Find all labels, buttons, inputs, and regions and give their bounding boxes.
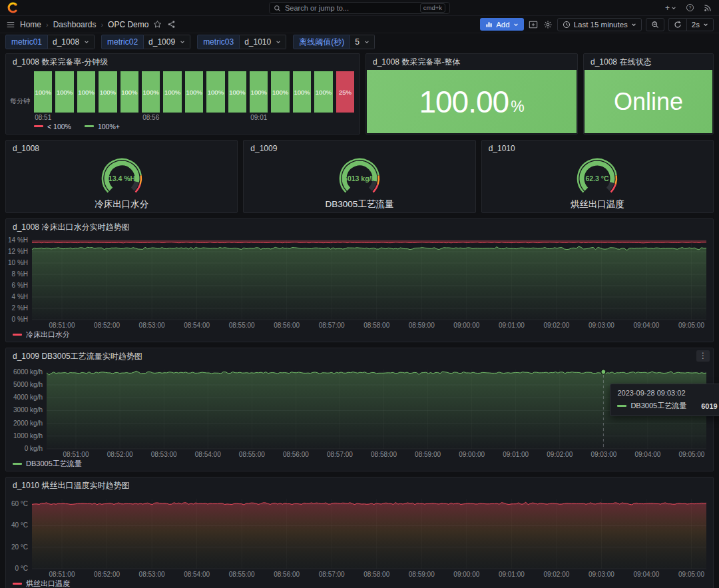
bar-column[interactable]: 100% <box>55 71 73 121</box>
bar-column[interactable]: 100% <box>293 71 311 121</box>
bar-column[interactable]: 100% <box>185 71 203 121</box>
x-tick-label: 09:01 <box>250 113 268 121</box>
panel-title[interactable]: d_1008 在线状态 <box>584 54 713 70</box>
legend-label[interactable]: 100%+ <box>98 123 120 131</box>
breadcrumb-separator: › <box>101 21 103 29</box>
breadcrumb-home[interactable]: Home <box>20 20 41 29</box>
axis-tick-label: 6000 kg/h <box>13 368 43 376</box>
hovered-data-point <box>601 370 606 374</box>
dashboard-settings-button[interactable] <box>543 19 553 30</box>
share-button[interactable] <box>166 19 176 29</box>
stat-value-display: Online <box>585 70 712 133</box>
bar-column[interactable]: 100% <box>206 71 224 121</box>
stat-value-display: 100.00% <box>367 70 577 133</box>
panel-online-status: d_1008 在线状态 Online <box>583 53 714 135</box>
panel-completeness-minute: d_1008 数采完备率-分钟级 每分钟 100%08:51100%100%10… <box>5 53 360 135</box>
variable-label: metric02 <box>101 35 144 49</box>
axis-tick-label: 08:54:00 <box>184 322 210 329</box>
search-input[interactable]: Search or jump to... cmd+k <box>269 2 450 14</box>
bar: 100% <box>55 71 73 113</box>
favorite-star-button[interactable] <box>152 19 162 29</box>
panel-title[interactable]: d_1009 DB3005工艺流量实时趋势图 ⋮ <box>6 348 713 364</box>
bar-column[interactable]: 100% <box>314 71 332 121</box>
stat-unit: % <box>511 98 524 116</box>
variable-value-dropdown[interactable]: d_1008 <box>48 35 95 49</box>
breadcrumb-current[interactable]: OPC Demo <box>108 20 148 29</box>
panel-title[interactable]: d_1008 数采完备率-分钟级 <box>6 54 360 70</box>
chevron-down-icon <box>513 22 519 27</box>
panel-ts-temperature: d_1010 烘丝出口温度实时趋势图 0 °C20 °C40 °C60 °C08… <box>5 477 714 588</box>
variable-metric03: metric03 d_1010 <box>197 35 286 49</box>
help-button[interactable]: ? <box>685 3 695 13</box>
bar-column[interactable]: 100% <box>163 71 181 121</box>
bar-chart[interactable]: 每分钟 100%08:51100%100%100%100%100%08:5610… <box>6 70 360 134</box>
gauge-chart: 6013 kg/h <box>310 156 409 199</box>
bar-column[interactable]: 25% <box>336 71 354 121</box>
panel-title[interactable]: d_1010 <box>482 141 713 156</box>
panel-gauge-temperature: d_1010 62.3 °C 烘丝出口温度 <box>481 140 714 213</box>
bar-column[interactable]: 100%08:51 <box>34 71 52 121</box>
variable-value-dropdown[interactable]: d_1009 <box>144 35 190 49</box>
bar-column[interactable]: 100% <box>271 71 289 121</box>
breadcrumb-separator: › <box>46 21 49 29</box>
panel-view-button[interactable] <box>528 19 539 30</box>
legend-label[interactable]: < 100% <box>47 123 71 131</box>
breadcrumb: Home › Dashboards › OPC Demo <box>20 20 148 29</box>
bar-column[interactable]: 100% <box>120 71 138 121</box>
mega-menu-toggle-button[interactable] <box>5 19 16 30</box>
axis-tick-label: 14 %H <box>8 236 28 244</box>
axis-tick-label: 08:54:00 <box>195 451 221 458</box>
bar: 100% <box>228 71 246 113</box>
axis-tick-label: 08:52:00 <box>94 322 120 329</box>
bar-column[interactable]: 100% <box>99 71 117 121</box>
time-range-picker[interactable]: Last 15 minutes <box>557 18 642 31</box>
zoom-out-button[interactable] <box>646 18 664 31</box>
axis-tick-label: 08:56:00 <box>274 571 300 578</box>
chevron-down-icon <box>703 22 708 27</box>
panel-title[interactable]: d_1008 数采完备率-整体 <box>366 54 577 70</box>
variable-value-dropdown[interactable]: d_1010 <box>240 35 286 49</box>
axis-tick-label: 08:55:00 <box>229 571 255 578</box>
legend-marker <box>13 334 22 336</box>
bar-column[interactable]: 100%08:56 <box>142 71 160 121</box>
bar: 100% <box>163 71 181 113</box>
new-menu-button[interactable]: + <box>664 3 677 13</box>
clock-icon <box>563 21 571 29</box>
axis-tick-label: 08:51:00 <box>49 571 75 578</box>
add-panel-button[interactable]: Add <box>480 18 523 31</box>
time-series-chart[interactable]: 0 %H2 %H4 %H6 %H8 %H10 %H12 %H14 %H08:51… <box>6 235 713 330</box>
legend-label[interactable]: 冷床出口水分 <box>26 330 70 340</box>
bar-column[interactable]: 100% <box>228 71 246 121</box>
grafana-flame-icon <box>7 2 18 13</box>
panel-menu-button[interactable]: ⋮ <box>696 350 710 362</box>
time-range-label: Last 15 minutes <box>574 21 628 29</box>
grafana-logo[interactable] <box>7 2 18 13</box>
chart-legend: 烘丝出口温度 <box>6 579 713 588</box>
axis-tick-label: 08:58:00 <box>371 451 397 458</box>
panel-title[interactable]: d_1008 <box>6 141 237 156</box>
legend-label[interactable]: 烘丝出口温度 <box>26 579 70 588</box>
refresh-interval-dropdown[interactable]: 2s <box>686 18 714 31</box>
news-button[interactable] <box>703 3 712 13</box>
axis-tick-label: 09:01:00 <box>499 571 525 578</box>
axis-tick-label: 08:55:00 <box>239 451 265 458</box>
time-series-chart[interactable]: 0 °C20 °C40 °C60 °C08:51:0008:52:0008:53… <box>6 493 713 579</box>
panel-title[interactable]: d_1009 <box>244 141 475 156</box>
axis-tick-label: 09:05:00 <box>678 571 704 578</box>
axis-tick-label: 08:58:00 <box>363 571 389 578</box>
time-series-chart[interactable]: 0 kg/h1000 kg/h2000 kg/h3000 kg/h4000 kg… <box>6 364 713 459</box>
panel-gauge-moisture: d_1008 13.4 %H 冷床出口水分 <box>5 140 238 213</box>
legend-label[interactable]: DB3005工艺流量 <box>26 459 82 469</box>
bar-column[interactable]: 100%09:01 <box>250 71 268 121</box>
refresh-button[interactable] <box>668 18 686 31</box>
axis-tick-label: 09:02:00 <box>543 571 569 578</box>
variable-value-dropdown[interactable]: 5 <box>350 35 375 49</box>
bar-column[interactable]: 100% <box>77 71 95 121</box>
legend-marker <box>85 125 94 127</box>
breadcrumb-dashboards[interactable]: Dashboards <box>53 20 97 29</box>
legend-marker <box>34 125 43 127</box>
axis-tick-label: 08:59:00 <box>409 571 435 578</box>
axis-tick-label: 09:03:00 <box>591 451 616 458</box>
panel-title[interactable]: d_1010 烘丝出口温度实时趋势图 <box>6 477 713 493</box>
panel-title[interactable]: d_1008 冷床出口水分实时趋势图 <box>6 219 713 235</box>
